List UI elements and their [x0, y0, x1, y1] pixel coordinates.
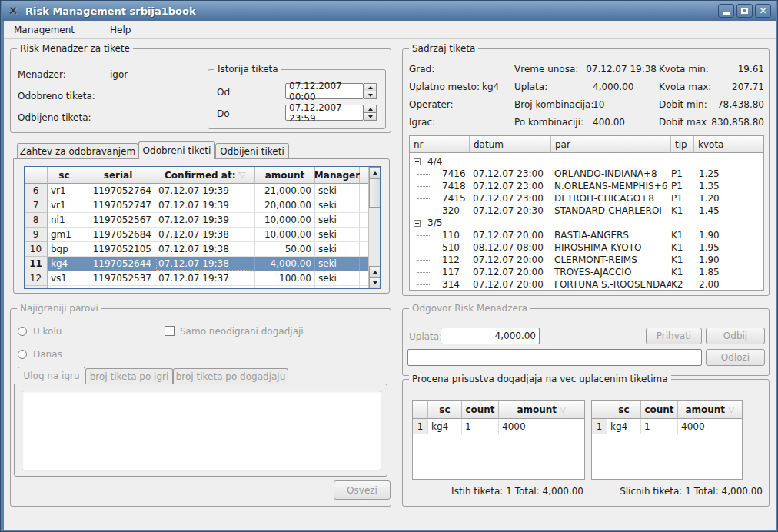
- group-title: Sadrzaj tiketa: [409, 43, 478, 54]
- tree-event-row[interactable]: 11707.12.07 20:00TROYES-AJACCIOK11.85: [410, 266, 763, 278]
- sort-indicator-icon: ▽: [560, 404, 566, 414]
- scrollbar-slider[interactable]: [369, 178, 381, 208]
- rejected-label: Odbijeno tiketa:: [18, 112, 91, 123]
- tree-event-row[interactable]: 32007.12.07 20:30STANDARD-CHARLEROIK11.4…: [410, 204, 763, 217]
- ticket-row[interactable]: 11kg4119705264407.12.07 19:384,000.00sek…: [25, 257, 368, 271]
- popular-pairs-list[interactable]: [22, 391, 381, 470]
- ticket-row[interactable]: 13kg4119705089807.12.07 19:375,000.00sek…: [25, 286, 368, 288]
- sort-indicator-icon: ▽: [238, 170, 244, 180]
- scroll-down-button[interactable]: [369, 277, 381, 288]
- info-label: Kvota min:: [659, 64, 709, 75]
- column-amount: amount: [255, 167, 315, 184]
- similar-tickets-table[interactable]: sc count amount▽ 1kg414000: [591, 400, 743, 480]
- collapse-icon[interactable]: [414, 220, 421, 227]
- tab-odobreni-tiketi[interactable]: Odobreni tiketi: [138, 141, 215, 159]
- group-title: Istorija tiketa: [214, 64, 281, 75]
- tab-ulog-na-igru[interactable]: Ulog na igru: [18, 367, 85, 384]
- menubar: Management Help: [4, 21, 776, 39]
- postpone-button[interactable]: Odlozi: [706, 349, 765, 366]
- checkbox-label: Samo neodigrani dogadjaji: [180, 326, 304, 337]
- from-datetime-value: 07.12.2007 00:00: [289, 81, 360, 102]
- info-value: 4,000.00: [593, 81, 633, 92]
- radio-danas-label: Danas: [33, 349, 62, 360]
- tickets-table[interactable]: sc serial Confirmed at:▽ amount Manager …: [24, 166, 381, 289]
- close-icon: ✕: [759, 6, 766, 15]
- collapse-icon[interactable]: [414, 158, 421, 165]
- info-column-2: Vreme unosa:07.12.07 19:38Uplata:4,000.0…: [514, 60, 657, 131]
- tickets-table-body: 6vr1119705276407.12.07 19:3921,000.00sek…: [25, 184, 368, 288]
- group-title: Najigraniji parovi: [17, 303, 101, 314]
- tree-event-row[interactable]: 11007.12.07 20:00BASTIA-ANGERSK11.90: [410, 229, 763, 241]
- tickets-scrollbar[interactable]: [368, 167, 380, 288]
- tab-broj-tiketa-po-dogadjaju[interactable]: broj tiketa po dogadjaju: [173, 368, 288, 384]
- tree-event-row[interactable]: 741507.12.07 23:00DETROIT-CHICAGO+8P11.2…: [410, 192, 763, 204]
- tree-group-row[interactable]: 3/5: [410, 217, 763, 229]
- titlebar[interactable]: ✕ Risk Management srbija1book ✕: [2, 1, 776, 21]
- events-tree-header[interactable]: nr datum par tip kvota: [410, 136, 763, 153]
- table-header[interactable]: sc count amount▽: [592, 401, 742, 419]
- tree-event-row[interactable]: 741607.12.07 23:00ORLANDO-INDIANA+8P11.2…: [410, 168, 763, 180]
- scroll-up-button-2[interactable]: [369, 266, 381, 278]
- from-label: Od: [217, 87, 230, 98]
- ticket-row[interactable]: 9gm1119705268407.12.07 19:3810,000.00sek…: [25, 228, 368, 242]
- from-datetime-input[interactable]: 07.12.2007 00:00: [285, 83, 364, 99]
- radio-danas[interactable]: [18, 350, 27, 359]
- tab-zahtev-za-odobravanjem[interactable]: Zahtev za odobravanjem: [17, 143, 138, 159]
- tickets-table-header[interactable]: sc serial Confirmed at:▽ amount Manager: [25, 167, 368, 184]
- ticket-row[interactable]: 7vr1119705274707.12.07 19:3920,000.00sek…: [25, 198, 368, 213]
- events-tree[interactable]: nr datum par tip kvota 4/4741607.12.07 2…: [409, 135, 764, 291]
- tab-odbijeni-tiketi[interactable]: Odbijeni tiketi: [215, 143, 289, 159]
- checkbox-samo-neodigrani[interactable]: [165, 326, 175, 336]
- tree-event-row[interactable]: 741807.12.07 23:00N.ORLEANS-MEMPHIS+6P11…: [410, 180, 763, 192]
- tree-group-row[interactable]: 4/4: [410, 155, 763, 168]
- minimize-button[interactable]: [718, 4, 734, 18]
- approved-label: Odobreno tiketa:: [18, 91, 95, 101]
- maximize-button[interactable]: [736, 4, 753, 18]
- column-manager: Manager: [315, 167, 360, 184]
- to-label: Do: [217, 108, 230, 119]
- ticket-row[interactable]: 10bgp119705210507.12.07 19:3850.00seki: [25, 242, 368, 257]
- presence-row[interactable]: 1kg414000: [592, 419, 742, 434]
- scroll-up-button[interactable]: [369, 167, 381, 178]
- from-datetime-stepper[interactable]: [364, 83, 377, 99]
- refresh-button[interactable]: Osvezi: [334, 480, 391, 500]
- spin-down-icon[interactable]: [364, 113, 377, 121]
- tree-event-row[interactable]: 11207.12.07 20:00CLERMONT-REIMSK11.90: [410, 254, 763, 266]
- radio-u-kolu[interactable]: [18, 327, 27, 336]
- ticket-row[interactable]: 6vr1119705276407.12.07 19:3921,000.00sek…: [25, 184, 368, 198]
- ticket-row[interactable]: 12vs1119705253707.12.07 19:37100.00seki: [25, 271, 368, 286]
- info-label: Kvota max:: [659, 81, 711, 92]
- to-datetime-stepper[interactable]: [364, 105, 377, 121]
- column-par: par: [551, 136, 671, 153]
- info-value: 400.00: [593, 117, 625, 128]
- info-value: 207.71: [732, 81, 764, 92]
- spin-up-icon[interactable]: [364, 105, 377, 113]
- ticket-row[interactable]: 8ni1119705256707.12.07 19:3910,000.00sek…: [25, 213, 368, 228]
- menu-help[interactable]: Help: [103, 21, 138, 38]
- identical-tickets-table[interactable]: sc count amount▽ 1kg414000: [412, 400, 585, 480]
- spin-up-icon[interactable]: [364, 83, 377, 91]
- menu-management[interactable]: Management: [7, 21, 81, 38]
- close-button[interactable]: ✕: [755, 4, 771, 18]
- table-header[interactable]: sc count amount▽: [413, 401, 584, 419]
- column-sc: sc: [48, 167, 81, 184]
- tree-event-row[interactable]: 51008.12.07 08:00HIROSHIMA-KYOTOK11.95: [410, 241, 763, 254]
- group-risk-manager: Risk Menadzer za tikete Menadzer: igor O…: [10, 48, 391, 133]
- to-datetime-input[interactable]: 07.12.2007 23:59: [285, 105, 364, 121]
- info-label: Igrac:: [409, 117, 482, 128]
- reject-button[interactable]: Odbij: [706, 328, 765, 344]
- maximize-icon: [741, 8, 748, 14]
- sort-indicator-icon: ▽: [728, 404, 734, 414]
- accept-button[interactable]: Prihvati: [646, 328, 702, 344]
- info-label: Operater:: [409, 99, 482, 110]
- info-value: 10: [593, 99, 604, 110]
- spin-down-icon[interactable]: [364, 91, 377, 99]
- group-label: 4/4: [427, 156, 442, 167]
- radio-u-kolu-label: U kolu: [33, 326, 62, 337]
- info-label: Dobit max: [659, 117, 707, 128]
- presence-row[interactable]: 1kg414000: [413, 419, 584, 434]
- uplata-input[interactable]: 4,000.00: [441, 328, 540, 344]
- tree-event-row[interactable]: 31407.12.07 20:00FORTUNA S.-ROOSENDAALK2…: [410, 278, 763, 291]
- note-input[interactable]: [407, 349, 702, 366]
- tab-broj-tiketa-po-igri[interactable]: broj tiketa po igri: [85, 368, 173, 384]
